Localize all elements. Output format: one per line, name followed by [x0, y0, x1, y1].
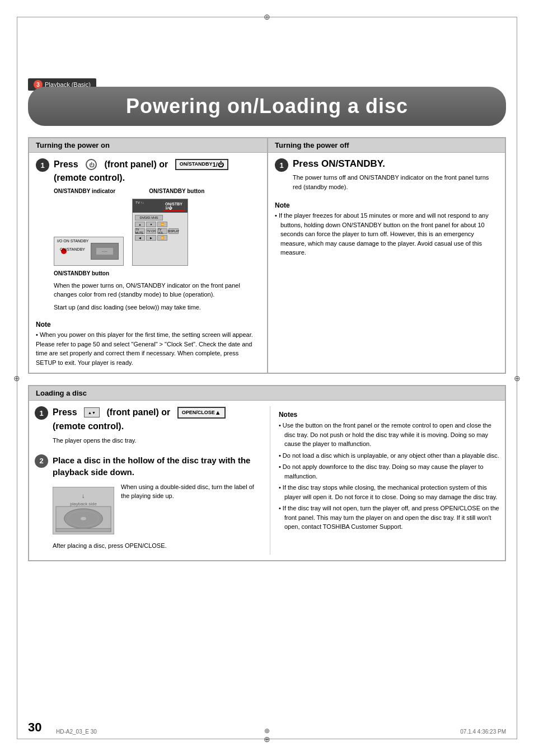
- loading-press-instruction: Press ▲▼ (front panel) or OPEN/CLOSE▲: [53, 406, 264, 419]
- on-standby-below-label: ON/STANDBY button: [54, 270, 260, 276]
- indicator-text-small: ON/STANDBY: [60, 247, 85, 251]
- remote-btn-i: ▶: [146, 235, 156, 241]
- disc-tray-svg: ↓ playback side: [53, 487, 114, 534]
- loading-note-3: • Do not apply downforce to the disc tra…: [279, 462, 499, 481]
- loading-header: Loading a disc: [29, 386, 505, 401]
- loading-right: Notes • Use the button on the front pane…: [270, 406, 499, 554]
- remote-row3: TV MUTE TV CH TV VOL DISPLAY: [135, 228, 185, 234]
- loading-remote-label: (remote control).: [53, 420, 264, 433]
- open-close-btn-box: OPEN/CLOSE▲: [177, 407, 226, 418]
- loading-step2-circle: 2: [35, 454, 48, 468]
- remote-row1: DVD/D.VHS: [135, 215, 185, 220]
- page-title: Powering on/Loading a disc: [45, 95, 489, 118]
- turn-off-note-bullet1-text: If the player freezes for about 15 minut…: [279, 212, 489, 256]
- loading-note-1-text: Use the button on the front panel or the…: [283, 422, 491, 447]
- footer-left: HD-A2_03_E 30: [56, 729, 97, 735]
- remote-btn-f: TV VOL: [157, 228, 167, 234]
- loading-step2-content: Place a disc in the hollow of the disc t…: [53, 454, 264, 549]
- disc-note-text: When using a double-sided disc, turn the…: [121, 482, 264, 501]
- power-circle-icon: ⏻: [85, 158, 97, 171]
- turn-off-step1: 1 Press ON/STANDBY. The power turns off …: [275, 158, 498, 195]
- display-text: --:--: [102, 250, 107, 253]
- loading-section: Loading a disc 1 Press ▲▼ (front panel) …: [28, 385, 506, 561]
- turn-on-section: Turning the power on 1 Press: [29, 138, 267, 373]
- turn-on-body: 1 Press ⏻: [29, 153, 267, 373]
- footer-center-reg: ⊕: [264, 727, 270, 735]
- turn-off-header: Turning the power off: [268, 138, 505, 153]
- remote-btn-j: ⏩: [157, 235, 167, 241]
- loading-front-label: (front panel) or: [107, 406, 171, 419]
- turn-off-body: 1 Press ON/STANDBY. The power turns off …: [268, 153, 505, 265]
- turn-on-note-text: • When you power on this player for the …: [36, 330, 260, 367]
- loading-note-2: • Do not load a disc which is unplayable…: [279, 451, 499, 461]
- remote-btn-d: TV MUTE: [135, 228, 145, 234]
- press-label: Press: [54, 158, 78, 171]
- turn-off-section: Turning the power off 1 Press ON/STANDBY…: [267, 138, 505, 373]
- remote-btn-g: DISPLAY: [168, 228, 179, 234]
- on-standby-btn-box: ON/STANDBY1/⏻: [175, 159, 228, 170]
- step1-off-content: Press ON/STANDBY. The power turns off an…: [293, 158, 498, 195]
- loading-content: 1 Press ▲▼ (front panel) or OPEN/CLOSE▲: [29, 401, 505, 560]
- loading-note-5: • If the disc tray will not open, turn t…: [279, 504, 499, 532]
- loading-note-5-text: If the disc tray will not open, turn the…: [283, 505, 499, 530]
- turn-on-header: Turning the power on: [29, 138, 267, 153]
- loading-step2-heading: Place a disc in the hollow of the disc t…: [53, 454, 264, 478]
- loading-notes-label: Notes: [279, 411, 499, 419]
- remote-diagram: TV ↑↓ ON/STBY1/⏻ DVD/D.VHS ▲ ▼: [132, 199, 188, 266]
- main-title-bar: Powering on/Loading a disc: [28, 87, 506, 126]
- loading-left: 1 Press ▲▼ (front panel) or OPEN/CLOSE▲: [35, 406, 264, 554]
- diagram-row: I/O ON STANDBY ON/STANDBY --:--: [54, 199, 260, 266]
- panel-display: --:--: [91, 243, 119, 260]
- loading-notes-list: • Use the button on the front panel or t…: [279, 421, 499, 532]
- reg-mark-left: ⊕: [12, 374, 21, 383]
- remote-btn-dvd: DVD/D.VHS: [135, 215, 163, 220]
- svg-text:↓: ↓: [82, 492, 85, 499]
- content-area: Turning the power on 1 Press: [28, 137, 506, 722]
- loading-step1-content: Press ▲▼ (front panel) or OPEN/CLOSE▲ (r…: [53, 406, 264, 448]
- reg-mark-bottom: ⊕: [263, 735, 271, 744]
- diagram-labels: ON/STANDBY indicator ON/STANDBY button: [54, 188, 260, 194]
- open-close-front-icon: ▲▼: [84, 407, 100, 417]
- turn-on-note: Note • When you power on this player for…: [36, 321, 260, 367]
- front-panel-label: (front panel) or: [105, 158, 168, 171]
- loading-disc-row: ↓ playback side When using a double-side…: [53, 482, 264, 539]
- remote-on-standby-btn: ON/STBY1/⏻: [163, 201, 185, 211]
- power-section: Turning the power on 1 Press: [28, 137, 506, 374]
- press-inline: Press ⏻ (front panel) or: [54, 158, 228, 171]
- remote-tv-label: TV ↑↓: [135, 201, 144, 211]
- press-on-standby-body: The power turns off and ON/STANDBY indic…: [293, 173, 498, 191]
- svg-text:playback side: playback side: [70, 501, 97, 506]
- remote-btn-e: TV CH: [146, 228, 156, 234]
- on-standby-indicator-label: ON/STANDBY indicator: [54, 188, 115, 194]
- remote-row2: ▲ ▼ ⏪: [135, 222, 185, 227]
- turn-on-note-content: When you power on this player for the fi…: [36, 331, 253, 366]
- loading-note-4-text: If the disc tray stops while closing, th…: [283, 484, 498, 500]
- loading-note-2-text: Do not load a disc which is unplayable, …: [283, 452, 499, 459]
- press-on-standby-heading: Press ON/STANDBY.: [293, 158, 498, 170]
- turn-off-note-bullet1: • If the player freezes for about 15 min…: [275, 211, 498, 257]
- remote-header: TV ↑↓ ON/STBY1/⏻: [133, 199, 188, 213]
- remote-row4: ◀ ▶ ⏩: [135, 235, 185, 241]
- on-standby-button-label-top: ON/STANDBY button: [149, 188, 204, 194]
- loading-step1-circle: 1: [35, 406, 48, 420]
- loading-note-4: • If the disc tray stops while closing, …: [279, 483, 499, 501]
- svg-rect-6: [56, 528, 111, 532]
- loading-press-inline: Press ▲▼ (front panel) or OPEN/CLOSE▲: [53, 406, 226, 419]
- page-number: 30: [28, 720, 41, 735]
- step1-circle-off: 1: [275, 158, 288, 172]
- loading-after-text: After placing a disc, press OPEN/CLOSE.: [53, 542, 264, 549]
- step1-content: Press ⏻ (front panel) or: [54, 158, 260, 315]
- disc-image: ↓ playback side: [53, 487, 114, 534]
- remote-btn-h: ◀: [135, 235, 145, 241]
- loading-note-1: • Use the button on the front panel or t…: [279, 421, 499, 449]
- display-screen: --:--: [96, 248, 113, 255]
- indicator-label-small: I/O ON STANDBY: [57, 239, 88, 243]
- remote-btn-c: ⏪: [157, 222, 167, 227]
- svg-text:⏻: ⏻: [89, 162, 95, 168]
- press-instruction: Press ⏻ (front panel) or: [54, 158, 260, 171]
- loading-step1: 1 Press ▲▼ (front panel) or OPEN/CLOSE▲: [35, 406, 264, 448]
- remote-btn-a: ▲: [135, 222, 145, 227]
- turn-off-note-label: Note: [275, 201, 498, 209]
- turn-on-body1: When the power turns on, ON/STANDBY indi…: [54, 281, 260, 299]
- loading-step2: 2 Place a disc in the hollow of the disc…: [35, 454, 264, 549]
